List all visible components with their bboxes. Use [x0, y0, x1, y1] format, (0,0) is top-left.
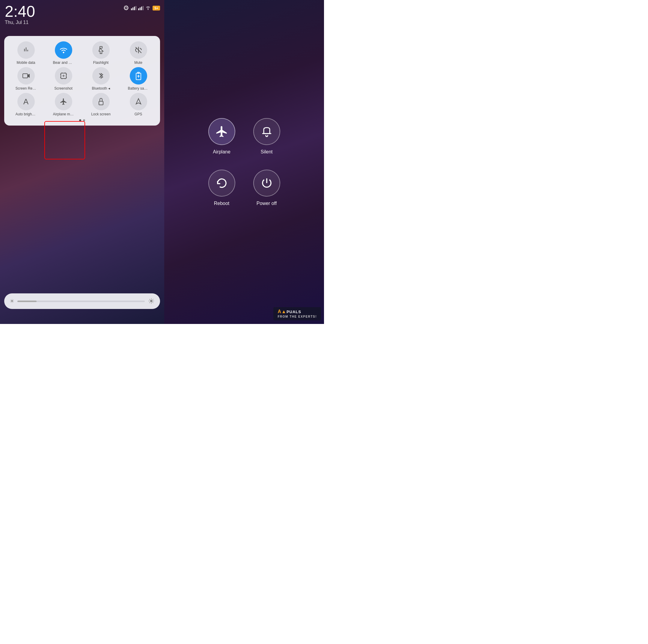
- power-off-circle: [253, 170, 280, 197]
- watermark-brand2: PUALS: [286, 310, 301, 314]
- qs-mobile-data[interactable]: Mobile data: [8, 41, 44, 65]
- power-silent-circle: [253, 118, 280, 145]
- qs-battery-saver[interactable]: Battery saver: [120, 67, 156, 91]
- qs-auto-brightness[interactable]: A Auto brightne…: [8, 93, 44, 116]
- qs-lock-screen-label: Lock screen: [91, 112, 111, 116]
- qs-gps-label: GPS: [134, 112, 142, 116]
- qs-screenshot[interactable]: Screenshot: [45, 67, 82, 91]
- qs-screenshot-label: Screenshot: [54, 86, 72, 91]
- quick-settings-panel: Mobile data Bear and Pa…: [4, 36, 160, 125]
- svg-rect-3: [136, 6, 137, 10]
- date: Thu, Jul 11: [5, 20, 159, 25]
- qs-battery-saver-label: Battery saver: [128, 86, 149, 91]
- power-silent-label: Silent: [261, 149, 272, 155]
- battery-status: 5+: [153, 6, 160, 10]
- left-panel: 2:40 Thu, Jul 11 ⚙ 5+: [0, 0, 164, 324]
- qs-airplane-mode-label: Airplane mode: [53, 112, 74, 116]
- qs-auto-brightness-icon: A: [17, 93, 35, 110]
- wifi-status-icon: [145, 6, 151, 10]
- svg-rect-28: [99, 101, 103, 105]
- qs-bluetooth-icon: [92, 67, 110, 85]
- svg-rect-12: [23, 74, 28, 78]
- qs-airplane-mode[interactable]: Airplane mode: [45, 93, 82, 116]
- qs-dot-1: [79, 119, 81, 121]
- qs-lock-screen-icon: [92, 93, 110, 110]
- qs-mobile-data-icon: [17, 41, 35, 59]
- svg-rect-5: [140, 7, 141, 10]
- power-off-label: Power off: [257, 201, 277, 206]
- qs-lock-screen[interactable]: Lock screen: [83, 93, 119, 116]
- svg-rect-10: [100, 46, 102, 48]
- qs-flashlight-label: Flashlight: [93, 60, 108, 65]
- watermark: A▲PUALS FROM THE EXPERTS!: [273, 307, 321, 320]
- svg-point-9: [63, 52, 64, 53]
- brightness-bar[interactable]: ☀ ☀: [4, 293, 160, 309]
- power-menu: Airplane Silent: [208, 118, 280, 206]
- power-reboot[interactable]: Reboot: [208, 170, 235, 206]
- qs-screen-record-label: Screen Recor…: [15, 86, 37, 91]
- power-off[interactable]: Power off: [253, 170, 280, 206]
- qs-bluetooth[interactable]: Bluetooth ◂: [83, 67, 119, 91]
- qs-flashlight[interactable]: Flashlight: [83, 41, 119, 65]
- brightness-track[interactable]: [17, 301, 145, 302]
- gear-icon[interactable]: ⚙: [123, 4, 129, 12]
- airplane-highlight-left: [44, 121, 85, 159]
- qs-screenshot-icon: [55, 67, 72, 85]
- qs-bluetooth-label: Bluetooth ◂: [92, 86, 110, 91]
- watermark-brand: A▲: [277, 309, 286, 314]
- svg-rect-4: [138, 8, 139, 10]
- svg-rect-2: [134, 7, 135, 10]
- signal-icon2: [138, 6, 144, 10]
- qs-wifi-icon: [55, 41, 72, 59]
- svg-rect-0: [131, 8, 132, 10]
- qs-grid: Mobile data Bear and Pa…: [8, 41, 156, 116]
- brightness-fill: [17, 301, 37, 302]
- qs-mute-label: Mute: [134, 60, 142, 65]
- qs-wifi[interactable]: Bear and Pa…: [45, 41, 82, 65]
- qs-mobile-data-label: Mobile data: [16, 60, 35, 65]
- power-reboot-circle: [208, 170, 235, 197]
- qs-screen-record-icon: [17, 67, 35, 85]
- watermark-sub: FROM THE EXPERTS!: [277, 315, 317, 318]
- qs-mute-icon: [130, 41, 147, 59]
- svg-rect-1: [132, 7, 133, 10]
- qs-mute[interactable]: Mute: [120, 41, 156, 65]
- power-row-bottom: Reboot Power off: [208, 170, 280, 206]
- qs-airplane-mode-icon: [55, 93, 72, 110]
- qs-page-dots: [8, 119, 156, 121]
- qs-battery-saver-icon: [130, 67, 147, 85]
- svg-rect-6: [141, 7, 142, 10]
- qs-gps[interactable]: GPS: [120, 93, 156, 116]
- power-reboot-label: Reboot: [214, 201, 230, 206]
- power-silent[interactable]: Silent: [253, 118, 280, 155]
- qs-dot-2: [83, 119, 85, 121]
- power-airplane-circle: [208, 118, 235, 145]
- power-airplane-label: Airplane: [213, 149, 230, 155]
- brightness-max-icon: ☀: [148, 297, 155, 306]
- power-airplane[interactable]: Airplane: [208, 118, 235, 155]
- right-panel: Airplane Silent: [164, 0, 324, 324]
- svg-point-8: [148, 9, 149, 10]
- svg-rect-7: [143, 6, 144, 10]
- brightness-min-icon: ☀: [10, 298, 14, 305]
- qs-wifi-label: Bear and Pa…: [53, 60, 74, 65]
- qs-gps-icon: [130, 93, 147, 110]
- signal-icon: [131, 6, 137, 10]
- qs-flashlight-icon: [92, 41, 110, 59]
- status-icons: ⚙ 5+: [123, 4, 160, 12]
- qs-screen-record[interactable]: Screen Recor…: [8, 67, 44, 91]
- power-row-top: Airplane Silent: [208, 118, 280, 155]
- qs-auto-brightness-label: Auto brightne…: [15, 112, 37, 116]
